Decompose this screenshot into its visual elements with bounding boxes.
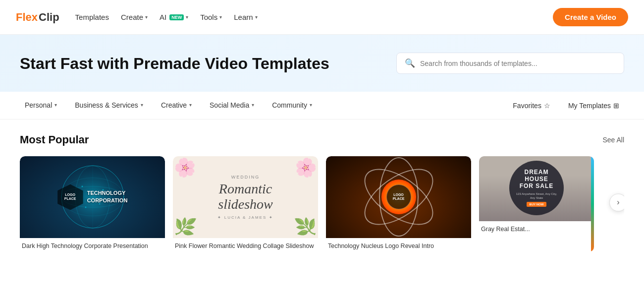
cat-creative[interactable]: Creative ▾ bbox=[152, 92, 201, 119]
wedding-text-center: WEDDING Romanticslideshow ✦ LUCIA & JAME… bbox=[217, 175, 273, 220]
chevron-icon: ▾ bbox=[186, 14, 188, 20]
card-thumbnail: 🌸 🌸 🌿 🌿 WEDDING Romanticslideshow ✦ LUCI… bbox=[173, 156, 318, 238]
card-label: Technology Nucleus Logo Reveal Intro bbox=[326, 238, 471, 252]
chevron-icon: ▾ bbox=[255, 14, 258, 20]
chevron-icon: ▾ bbox=[141, 102, 143, 108]
search-box: 🔍 bbox=[396, 53, 624, 74]
chevron-icon: ▾ bbox=[189, 102, 192, 108]
card-thumbnail: DREAMHOUSEFOR SALE 123 Anywhere Street, … bbox=[479, 156, 594, 221]
chevron-icon: ▾ bbox=[219, 14, 222, 20]
cat-community[interactable]: Community ▾ bbox=[263, 92, 321, 119]
card-label: Pink Flower Romantic Wedding Collage Sli… bbox=[173, 238, 318, 252]
see-all-link[interactable]: See All bbox=[602, 136, 624, 144]
cat-personal[interactable]: Personal ▾ bbox=[16, 92, 66, 119]
create-video-button[interactable]: Create a Video bbox=[553, 8, 628, 26]
realestate-thumb: DREAMHOUSEFOR SALE 123 Anywhere Street, … bbox=[479, 156, 594, 221]
stack-icon: ⊞ bbox=[613, 102, 619, 110]
nav-links: Templates Create ▾ AI NEW ▾ Tools ▾ Lear… bbox=[75, 13, 537, 21]
my-templates-nav[interactable]: My Templates ⊞ bbox=[559, 92, 628, 119]
template-card-wedding[interactable]: 🌸 🌸 🌿 🌿 WEDDING Romanticslideshow ✦ LUCI… bbox=[173, 156, 318, 252]
search-icon: 🔍 bbox=[405, 58, 415, 68]
nucleus-thumb: LOGOPLACE bbox=[326, 156, 471, 238]
flower-bl: 🌿 bbox=[173, 214, 198, 238]
template-card-tech[interactable]: LOGOPLACE TECHNOLOGYCORPORATION Dark Hig… bbox=[20, 156, 165, 252]
nav-templates[interactable]: Templates bbox=[75, 13, 109, 21]
hex-logo: LOGOPLACE bbox=[57, 184, 83, 210]
chevron-icon: ▾ bbox=[54, 102, 57, 108]
new-badge: NEW bbox=[169, 14, 184, 20]
cat-business[interactable]: Business & Services ▾ bbox=[66, 92, 152, 119]
card-thumbnail: LOGOPLACE bbox=[326, 156, 471, 238]
card-label: Gray Real Estat... bbox=[479, 221, 594, 235]
chevron-icon: ▾ bbox=[252, 102, 254, 108]
logo-clip: Clip bbox=[39, 11, 59, 24]
template-card-nucleus[interactable]: LOGOPLACE Technology Nucleus Logo Reveal… bbox=[326, 156, 471, 252]
tech-thumb: LOGOPLACE TECHNOLOGYCORPORATION bbox=[20, 156, 165, 238]
search-input[interactable] bbox=[420, 60, 616, 67]
flower-tl: 🌸 bbox=[173, 156, 199, 181]
category-nav: Personal ▾ Business & Services ▾ Creativ… bbox=[0, 92, 644, 120]
nav-tools[interactable]: Tools ▾ bbox=[200, 13, 222, 21]
favorites-nav[interactable]: Favorites ☆ bbox=[504, 92, 559, 119]
logo-badge: LOGOPLACE TECHNOLOGYCORPORATION bbox=[57, 184, 128, 210]
hero-section: Start Fast with Premade Video Templates … bbox=[0, 35, 644, 92]
scroll-next-button[interactable]: › bbox=[609, 193, 624, 211]
nav-ai[interactable]: AI NEW ▾ bbox=[160, 13, 188, 21]
hero-title: Start Fast with Premade Video Templates bbox=[20, 54, 376, 73]
logo[interactable]: FlexClip bbox=[16, 11, 59, 24]
flower-br: 🌿 bbox=[293, 214, 318, 238]
cards-row: LOGOPLACE TECHNOLOGYCORPORATION Dark Hig… bbox=[20, 156, 624, 252]
nav-create[interactable]: Create ▾ bbox=[121, 13, 148, 21]
cat-social-media[interactable]: Social Media ▾ bbox=[201, 92, 263, 119]
side-accent bbox=[591, 156, 594, 252]
nav-learn[interactable]: Learn ▾ bbox=[234, 13, 257, 21]
wedding-thumb: 🌸 🌸 🌿 🌿 WEDDING Romanticslideshow ✦ LUCI… bbox=[173, 156, 318, 238]
section-header: Most Popular See All bbox=[20, 133, 624, 146]
chevron-icon: ▾ bbox=[145, 14, 148, 20]
flower-tr: 🌸 bbox=[292, 156, 318, 181]
navbar: FlexClip Templates Create ▾ AI NEW ▾ Too… bbox=[0, 0, 644, 35]
template-card-realestate[interactable]: DREAMHOUSEFOR SALE 123 Anywhere Street, … bbox=[479, 156, 594, 252]
card-label: Dark High Technology Corporate Presentat… bbox=[20, 238, 165, 252]
star-icon: ☆ bbox=[544, 102, 550, 110]
section-title: Most Popular bbox=[20, 133, 89, 146]
chevron-icon: ▾ bbox=[310, 102, 312, 108]
main-content: Most Popular See All bbox=[0, 120, 644, 272]
cards-wrapper: LOGOPLACE TECHNOLOGYCORPORATION Dark Hig… bbox=[20, 156, 624, 252]
dream-circle: DREAMHOUSEFOR SALE 123 Anywhere Street, … bbox=[509, 161, 564, 215]
corp-text: TECHNOLOGYCORPORATION bbox=[87, 189, 128, 205]
logo-flex: Flex bbox=[16, 11, 38, 24]
nucleus-logo: LOGOPLACE bbox=[386, 184, 411, 209]
card-thumbnail: LOGOPLACE TECHNOLOGYCORPORATION bbox=[20, 156, 165, 238]
